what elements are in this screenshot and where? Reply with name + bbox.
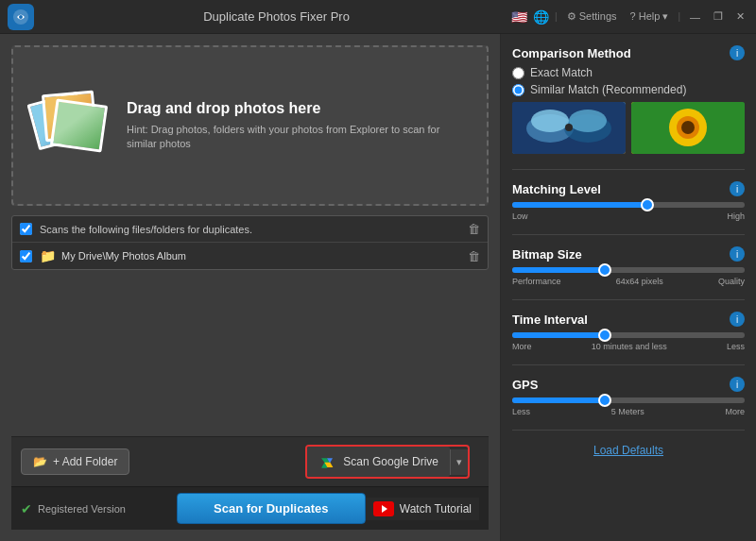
close-btn[interactable]: ✕ xyxy=(732,8,748,25)
time-interval-section: Time Interval i More 10 minutes and less… xyxy=(512,312,745,351)
similar-match-label: Similar Match (Recommended) xyxy=(530,83,686,96)
divider-4 xyxy=(512,364,745,365)
titlebar: Duplicate Photos Fixer Pro 🇺🇸 🌐 | ⚙ Sett… xyxy=(0,0,756,34)
flag-us: 🇺🇸 xyxy=(511,9,527,25)
scan-google-drive-button[interactable]: Scan Google Drive xyxy=(307,447,450,477)
left-panel: Drag and drop photos here Hint: Drag pho… xyxy=(0,34,501,541)
gps-section: GPS i Less 5 Meters More xyxy=(512,377,745,416)
bitmap-size-header: Bitmap Size i xyxy=(512,246,745,262)
folder-item-checkbox[interactable] xyxy=(20,250,32,262)
bitmap-size-center: 64x64 pixels xyxy=(616,277,663,286)
left-footer: 📂 + Add Folder Scan Google Drive xyxy=(11,436,489,530)
left-panel-content: Drag and drop photos here Hint: Drag pho… xyxy=(11,45,489,530)
drop-zone-hint: Hint: Drag photos, folders with your pho… xyxy=(127,123,468,152)
exact-match-label: Exact Match xyxy=(530,66,593,79)
bitmap-size-right: Quality xyxy=(718,277,745,286)
gps-thumb[interactable] xyxy=(598,394,611,407)
folder-header-text: Scans the following files/folders for du… xyxy=(40,224,468,235)
status-bar: ✔ Registered Version Scan for Duplicates… xyxy=(11,486,489,530)
app-logo xyxy=(8,4,34,30)
comparison-method-info-icon[interactable]: i xyxy=(730,45,745,60)
comparison-method-radios: Exact Match Similar Match (Recommended) xyxy=(512,66,745,96)
folder-item-name: My Drive\My Photos Album xyxy=(61,250,468,262)
gps-header: GPS i xyxy=(512,377,745,392)
matching-level-high: High xyxy=(727,211,745,221)
photo-stack-container xyxy=(32,88,108,163)
gps-track[interactable] xyxy=(512,397,745,403)
settings-btn[interactable]: ⚙ Settings xyxy=(563,8,621,25)
svg-point-6 xyxy=(569,110,607,132)
flag-lang: 🌐 xyxy=(533,9,549,25)
time-interval-track[interactable] xyxy=(512,332,745,338)
scan-google-dropdown-arrow[interactable]: ▾ xyxy=(450,449,468,475)
watch-tutorial-button[interactable]: Watch Tutorial xyxy=(366,498,479,520)
registered-text: Registered Version xyxy=(38,503,177,515)
gps-left: Less xyxy=(512,407,530,416)
comparison-images xyxy=(512,102,745,154)
google-drive-icon xyxy=(318,453,335,470)
main-layout: Drag and drop photos here Hint: Drag pho… xyxy=(0,34,756,541)
comparison-butterfly-image xyxy=(512,102,626,154)
gps-fill xyxy=(512,397,605,403)
registered-icon: ✔ xyxy=(21,501,32,516)
folder-header-checkbox[interactable] xyxy=(20,223,32,235)
help-btn[interactable]: ? Help ▾ xyxy=(627,8,673,25)
add-folder-label: + Add Folder xyxy=(53,455,117,468)
right-panel: Comparison Method i Exact Match Similar … xyxy=(501,34,756,541)
similar-match-option[interactable]: Similar Match (Recommended) xyxy=(512,83,745,96)
matching-level-fill xyxy=(512,202,647,208)
drop-zone-heading: Drag and drop photos here xyxy=(127,100,468,117)
gps-sublabels: Less 5 Meters More xyxy=(512,407,745,416)
scan-duplicates-button[interactable]: Scan for Duplicates xyxy=(177,493,366,524)
matching-level-low: Low xyxy=(512,211,528,221)
gps-right: More xyxy=(725,407,745,416)
bitmap-size-fill xyxy=(512,267,605,273)
minimize-btn[interactable]: — xyxy=(686,9,704,25)
exact-match-option[interactable]: Exact Match xyxy=(512,66,745,79)
matching-level-info-icon[interactable]: i xyxy=(730,181,745,196)
matching-level-thumb[interactable] xyxy=(641,198,654,211)
drop-zone[interactable]: Drag and drop photos here Hint: Drag pho… xyxy=(11,45,489,206)
load-defaults-button[interactable]: Load Defaults xyxy=(512,442,745,459)
titlebar-controls: 🇺🇸 🌐 | ⚙ Settings ? Help ▾ | — ❐ ✕ xyxy=(511,8,748,25)
divider-2 xyxy=(512,234,745,235)
bitmap-size-title: Bitmap Size xyxy=(512,247,582,262)
bitmap-size-section: Bitmap Size i Performance 64x64 pixels Q… xyxy=(512,246,745,286)
time-interval-thumb[interactable] xyxy=(598,329,611,342)
comparison-method-title: Comparison Method xyxy=(512,46,631,60)
restore-btn[interactable]: ❐ xyxy=(710,8,727,25)
matching-level-track[interactable] xyxy=(512,202,745,208)
time-interval-fill xyxy=(512,332,605,338)
gps-title: GPS xyxy=(512,378,538,392)
gps-center: 5 Meters xyxy=(611,407,644,416)
exact-match-radio[interactable] xyxy=(512,67,524,79)
scan-google-drive-label: Scan Google Drive xyxy=(343,455,438,468)
drop-zone-text: Drag and drop photos here Hint: Drag pho… xyxy=(127,100,468,152)
time-interval-title: Time Interval xyxy=(512,313,588,327)
app-title: Duplicate Photos Fixer Pro xyxy=(42,9,511,24)
youtube-icon xyxy=(373,501,394,516)
delete-folder-btn[interactable]: 🗑 xyxy=(468,249,480,263)
bitmap-size-left: Performance xyxy=(512,277,561,286)
time-interval-right: Less xyxy=(727,342,745,351)
time-interval-center: 10 minutes and less xyxy=(592,342,667,351)
bitmap-size-info-icon[interactable]: i xyxy=(730,246,745,262)
photo-card-3 xyxy=(50,98,108,152)
folder-header: Scans the following files/folders for du… xyxy=(12,216,488,243)
add-folder-button[interactable]: 📂 + Add Folder xyxy=(21,448,129,475)
comparison-method-section: Comparison Method i Exact Match Similar … xyxy=(512,45,745,158)
gps-info-icon[interactable]: i xyxy=(730,377,745,392)
matching-level-title: Matching Level xyxy=(512,182,601,196)
similar-match-radio[interactable] xyxy=(512,84,524,96)
divider-3 xyxy=(512,299,745,300)
bitmap-size-thumb[interactable] xyxy=(598,263,611,277)
watch-tutorial-label: Watch Tutorial xyxy=(400,502,472,516)
delete-all-folders-btn[interactable]: 🗑 xyxy=(468,222,480,236)
comparison-method-header: Comparison Method i xyxy=(512,45,745,60)
bitmap-size-track[interactable] xyxy=(512,267,745,273)
google-drive-folder-icon: 📁 xyxy=(40,248,56,263)
time-interval-header: Time Interval i xyxy=(512,312,745,327)
time-interval-info-icon[interactable]: i xyxy=(730,312,745,327)
left-main: Drag and drop photos here Hint: Drag pho… xyxy=(11,45,489,436)
folder-item: 📁 My Drive\My Photos Album 🗑 xyxy=(12,243,488,269)
